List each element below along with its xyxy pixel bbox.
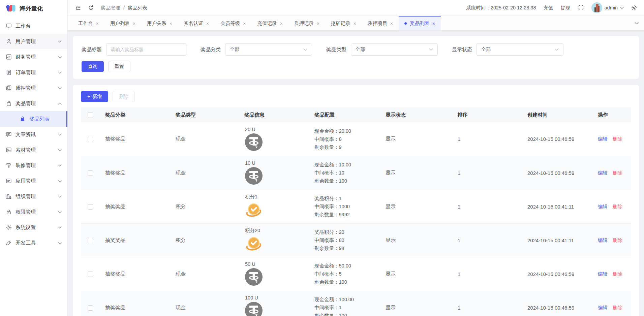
brand-logo: 海外量化	[0, 0, 67, 17]
settings-gear-icon[interactable]	[631, 5, 637, 11]
sidebar-item-finance[interactable]: 财务管理	[0, 49, 67, 65]
close-icon[interactable]: ×	[280, 21, 282, 26]
edit-link[interactable]: 编辑	[598, 271, 608, 277]
recharge-button[interactable]: 充值	[544, 5, 553, 11]
brand-name: 海外量化	[20, 5, 43, 12]
edit-link[interactable]: 编辑	[598, 204, 608, 209]
fullscreen-icon[interactable]	[578, 5, 584, 11]
tab-recharge-records[interactable]: 充值记录×	[251, 16, 288, 30]
tab-mining-records[interactable]: 挖矿记录×	[325, 16, 362, 30]
close-icon[interactable]: ×	[243, 21, 246, 26]
sidebar-item-applications[interactable]: 应用管理	[0, 173, 67, 189]
select-all-checkbox[interactable]	[88, 113, 93, 118]
sidebar-item-prizes[interactable]: 奖品管理	[0, 96, 67, 111]
cell-actions: 编辑删除	[592, 156, 631, 190]
avatar	[591, 2, 602, 13]
edit-link[interactable]: 编辑	[598, 305, 608, 310]
breadcrumb-current: 奖品列表	[128, 5, 147, 11]
row-checkbox[interactable]	[88, 272, 93, 277]
system-time: 系统时间：2025-02-20 12:28:38	[466, 5, 536, 11]
delete-link[interactable]: 删除	[613, 271, 622, 277]
sidebar-item-decoration[interactable]: 装修管理	[0, 158, 67, 173]
close-icon[interactable]: ×	[206, 21, 209, 26]
sidebar-item-label: 奖品列表	[29, 116, 61, 122]
cell-created: 2024-10-15 00:41:11	[522, 190, 592, 223]
row-checkbox[interactable]	[88, 305, 93, 311]
sidebar-item-organization[interactable]: 组织管理	[0, 189, 67, 204]
sidebar-item-users[interactable]: 用户管理	[0, 34, 67, 49]
chevron-down-icon	[429, 48, 433, 51]
search-button[interactable]: 查询	[82, 61, 104, 72]
username: admin	[605, 5, 618, 10]
sidebar-item-materials[interactable]: 素材管理	[0, 142, 67, 158]
close-icon[interactable]: ×	[170, 21, 172, 26]
close-icon[interactable]: ×	[390, 21, 393, 26]
cell-actions: 编辑删除	[592, 223, 631, 257]
delete-link[interactable]: 删除	[613, 136, 622, 141]
cell-info: 积分20	[239, 223, 309, 257]
tab-identity-verify[interactable]: 实名认证×	[178, 16, 215, 30]
close-icon[interactable]: ×	[354, 21, 356, 26]
refresh-icon[interactable]	[88, 5, 94, 11]
row-checkbox[interactable]	[88, 238, 93, 243]
cell-info: 积分1	[239, 190, 309, 223]
edit-link[interactable]: 编辑	[598, 238, 608, 243]
breadcrumb-parent[interactable]: 奖品管理	[101, 5, 120, 11]
tab-pledge-projects[interactable]: 质押项目×	[362, 16, 399, 30]
tab-pledge-records[interactable]: 质押记录×	[288, 16, 325, 30]
tab-user-list[interactable]: 用户列表×	[104, 16, 141, 30]
sidebar-item-dev-tools[interactable]: 开发工具	[0, 235, 67, 251]
sidebar-item-system-settings[interactable]: 系统设置	[0, 220, 67, 235]
close-icon[interactable]: ×	[432, 21, 435, 26]
reset-button[interactable]: 重置	[108, 61, 130, 72]
delete-link[interactable]: 删除	[613, 204, 622, 209]
sidebar-item-label: 质押管理	[16, 85, 58, 91]
display-status-label: 显示状态	[452, 46, 472, 53]
add-button[interactable]: +新增	[81, 91, 108, 102]
edit-link[interactable]: 编辑	[598, 136, 608, 141]
prize-category-select[interactable]: 全部	[225, 43, 312, 56]
prize-info-title: 100 U	[245, 295, 304, 301]
delete-link[interactable]: 删除	[613, 238, 622, 243]
prize-title-input[interactable]	[106, 43, 186, 56]
close-icon[interactable]: ×	[96, 21, 99, 26]
sidebar-item-label: 素材管理	[16, 147, 58, 153]
chevron-down-icon	[58, 133, 62, 136]
table-toolbar: +新增 删除	[81, 91, 631, 102]
close-icon[interactable]: ×	[317, 21, 319, 26]
row-checkbox[interactable]	[88, 137, 93, 142]
cell-category: 抽奖奖品	[100, 190, 170, 223]
tab-dropdown-chevron-icon[interactable]	[635, 16, 639, 30]
delete-link[interactable]: 删除	[613, 305, 622, 310]
row-checkbox[interactable]	[88, 170, 93, 176]
tab-prize-list[interactable]: 奖品列表×	[399, 16, 441, 30]
sidebar-item-pledge[interactable]: 质押管理	[0, 80, 67, 96]
chevron-down-icon	[58, 40, 62, 43]
tab-workbench[interactable]: 工作台×	[72, 16, 104, 30]
cell-category: 抽奖奖品	[100, 291, 170, 316]
delete-link[interactable]: 删除	[613, 170, 622, 176]
tab-member-level[interactable]: 会员等级×	[215, 16, 251, 30]
organization-icon	[6, 193, 12, 199]
row-checkbox[interactable]	[88, 204, 93, 210]
user-menu[interactable]: admin	[591, 2, 624, 13]
tab-user-relations[interactable]: 用户关系×	[141, 16, 178, 30]
display-status-select[interactable]: 全部	[477, 43, 563, 56]
sidebar-item-prize-list[interactable]: 奖品列表	[0, 111, 67, 127]
delete-button[interactable]: 删除	[113, 91, 135, 102]
edit-link[interactable]: 编辑	[598, 170, 608, 176]
column-header-created: 创建时间	[522, 107, 592, 122]
sidebar-item-workbench[interactable]: 工作台	[0, 18, 67, 34]
close-icon[interactable]: ×	[133, 21, 135, 26]
sidebar-item-articles[interactable]: 文章资讯	[0, 127, 67, 142]
prize-info-title: 10 U	[245, 160, 304, 166]
sidebar-item-permissions[interactable]: 权限管理	[0, 204, 67, 220]
tab-bar: 工作台× 用户列表× 用户关系× 实名认证× 会员等级× 充值记录× 质押记录×…	[68, 16, 644, 31]
prize-type-select[interactable]: 全部	[351, 43, 438, 56]
cell-created: 2024-10-15 00:46:59	[522, 156, 592, 190]
cell-info: 10 U	[239, 156, 309, 190]
withdraw-button[interactable]: 提现	[561, 5, 571, 11]
sidebar-item-orders[interactable]: 订单管理	[0, 65, 67, 80]
collapse-sidebar-icon[interactable]	[75, 5, 81, 11]
chevron-down-icon	[58, 242, 62, 244]
